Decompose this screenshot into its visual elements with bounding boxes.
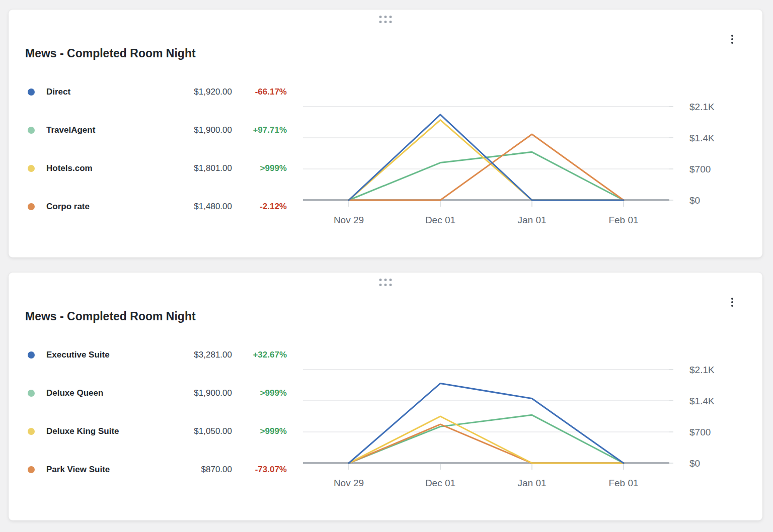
widget-title: Mews - Completed Room Night xyxy=(25,47,196,60)
line-chart[interactable]: $2.1K$1.4K$700$0Nov 29Dec 01Jan 01Feb 01 xyxy=(303,366,736,494)
series-color-dot xyxy=(28,390,35,397)
series-name: Direct xyxy=(46,87,70,97)
series-value: $1,480.00 xyxy=(160,202,232,212)
series-change-badge: +32.67% xyxy=(236,350,287,360)
dashboard-page: { "theme": { "positive_color": "#3EA05F"… xyxy=(0,0,773,532)
legend-item[interactable]: Executive Suite $3,281.00 +32.67% xyxy=(28,348,289,362)
legend-item[interactable]: Hotels.com $1,801.00 >999% xyxy=(28,162,289,175)
drag-handle-icon[interactable] xyxy=(377,277,394,288)
legend-item[interactable]: Deluxe King Suite $1,050.00 >999% xyxy=(28,425,289,438)
series-name: Deluxe King Suite xyxy=(46,426,119,436)
series-name: Corpo rate xyxy=(46,202,90,212)
series-value: $3,281.00 xyxy=(160,350,232,360)
series-value: $870.00 xyxy=(160,465,232,475)
series-change-badge: >999% xyxy=(236,163,287,173)
svg-text:$700: $700 xyxy=(689,164,711,174)
svg-text:$2.1K: $2.1K xyxy=(689,366,715,375)
series-value: $1,050.00 xyxy=(160,426,232,436)
series-name: Park View Suite xyxy=(46,465,110,475)
series-name: Deluxe Queen xyxy=(46,388,103,398)
svg-text:Jan 01: Jan 01 xyxy=(517,215,546,225)
svg-text:$1.4K: $1.4K xyxy=(689,396,715,406)
svg-text:Feb 01: Feb 01 xyxy=(608,215,638,225)
series-color-dot xyxy=(28,351,35,359)
line-chart[interactable]: $2.1K$1.4K$700$0Nov 29Dec 01Jan 01Feb 01 xyxy=(303,103,736,231)
series-value: $1,801.00 xyxy=(160,163,232,173)
widget-title: Mews - Completed Room Night xyxy=(25,310,196,323)
svg-text:$0: $0 xyxy=(689,458,700,469)
kebab-menu-icon[interactable] xyxy=(725,295,739,310)
svg-text:$700: $700 xyxy=(689,427,711,437)
legend-item[interactable]: TravelAgent $1,900.00 +97.71% xyxy=(28,124,289,137)
legend-item[interactable]: Deluxe Queen $1,900.00 >999% xyxy=(28,387,289,400)
chart-widget-room-types: Mews - Completed Room Night Executive Su… xyxy=(9,273,762,520)
svg-text:Dec 01: Dec 01 xyxy=(425,215,455,225)
series-color-dot xyxy=(28,88,35,96)
legend-item[interactable]: Park View Suite $870.00 -73.07% xyxy=(28,463,289,476)
series-name: Executive Suite xyxy=(46,350,110,360)
series-value: $1,920.00 xyxy=(160,87,232,97)
series-color-dot xyxy=(28,428,35,435)
series-name: TravelAgent xyxy=(46,125,95,135)
series-color-dot xyxy=(28,165,35,172)
series-change-badge: -2.12% xyxy=(236,202,287,212)
series-change-badge: >999% xyxy=(236,388,287,398)
series-color-dot xyxy=(28,203,35,210)
series-name: Hotels.com xyxy=(46,163,93,173)
svg-text:$2.1K: $2.1K xyxy=(689,103,715,112)
series-value: $1,900.00 xyxy=(160,388,232,398)
series-change-badge: -66.17% xyxy=(236,87,287,97)
svg-text:Nov 29: Nov 29 xyxy=(334,478,364,488)
drag-handle-icon[interactable] xyxy=(377,14,394,25)
kebab-menu-icon[interactable] xyxy=(725,32,739,47)
legend-item[interactable]: Direct $1,920.00 -66.17% xyxy=(28,85,289,99)
svg-text:Dec 01: Dec 01 xyxy=(425,478,455,488)
series-value: $1,900.00 xyxy=(160,125,232,135)
series-change-badge: >999% xyxy=(236,426,287,436)
svg-text:Jan 01: Jan 01 xyxy=(517,478,546,488)
chart-widget-channels: Mews - Completed Room Night Direct $1,92… xyxy=(9,10,762,257)
series-change-badge: +97.71% xyxy=(236,125,287,135)
series-color-dot xyxy=(28,127,35,134)
svg-text:Nov 29: Nov 29 xyxy=(334,215,364,225)
series-change-badge: -73.07% xyxy=(236,465,287,475)
svg-text:Feb 01: Feb 01 xyxy=(608,478,638,488)
svg-text:$0: $0 xyxy=(689,195,700,206)
series-color-dot xyxy=(28,466,35,473)
legend-item[interactable]: Corpo rate $1,480.00 -2.12% xyxy=(28,200,289,213)
svg-text:$1.4K: $1.4K xyxy=(689,133,715,143)
